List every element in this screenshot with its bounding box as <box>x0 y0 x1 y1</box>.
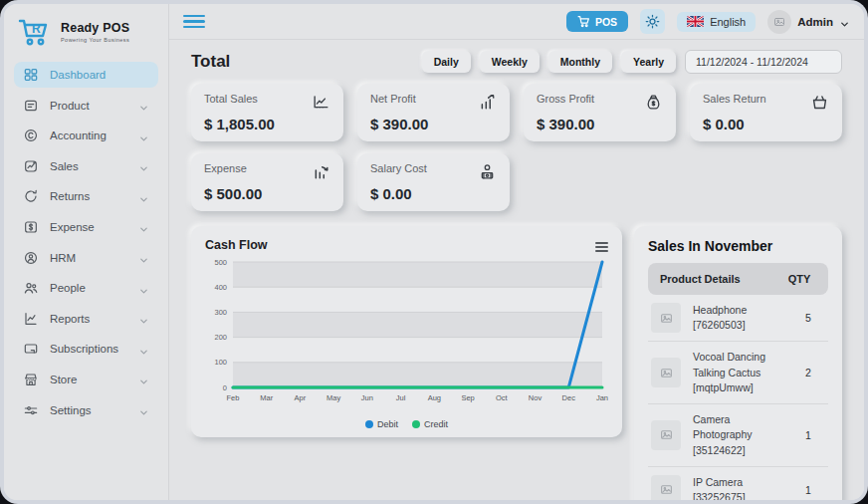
svg-text:0: 0 <box>223 383 227 392</box>
svg-text:Oct: Oct <box>496 393 509 402</box>
sidebar-item-label: Reports <box>50 313 138 325</box>
chevron-down-icon <box>138 344 149 355</box>
svg-text:400: 400 <box>214 283 227 292</box>
sales-table-body: Headphone [76260503] 5 Vocoal Dancing Ta… <box>648 295 828 500</box>
stat-card: Total Sales $ 1,805.00 <box>191 84 343 141</box>
filter-button[interactable]: Daily <box>422 51 471 73</box>
svg-text:Dec: Dec <box>562 393 576 402</box>
sidebar-item[interactable]: Dashboard <box>14 62 158 88</box>
svg-text:Jan: Jan <box>596 393 608 402</box>
sidebar-item[interactable]: Reports <box>14 306 158 332</box>
stat-value: $ 1,805.00 <box>204 116 330 132</box>
svg-text:200: 200 <box>214 333 227 342</box>
svg-text:Jul: Jul <box>396 393 406 402</box>
stat-card: Expense $ 500.00 <box>191 153 343 211</box>
legend-dot <box>365 420 373 428</box>
expense-bars-icon <box>312 162 330 181</box>
sales-panel-title: Sales In November <box>648 238 828 254</box>
image-placeholder-icon <box>651 358 681 387</box>
expense-icon <box>23 219 39 235</box>
stat-value: $ 390.00 <box>537 116 663 132</box>
sidebar-item[interactable]: Product <box>14 93 158 119</box>
svg-text:Mar: Mar <box>260 393 273 402</box>
svg-text:100: 100 <box>214 358 227 367</box>
topbar: POS <box>169 4 864 40</box>
stat-card: Net Profit $ 390.00 <box>357 84 510 141</box>
sidebar-nav: Dashboard Product Accounting <box>4 54 168 500</box>
chevron-down-icon <box>138 191 149 202</box>
svg-text:Apr: Apr <box>295 393 307 402</box>
sidebar-item[interactable]: Accounting <box>14 123 158 148</box>
sidebar-item[interactable]: Sales <box>14 153 158 179</box>
sidebar-item[interactable]: Returns <box>14 183 158 209</box>
product-name: Camera Photography [35124622] <box>681 412 791 458</box>
stat-value: $ 0.00 <box>703 116 829 132</box>
image-placeholder-icon <box>773 16 785 28</box>
sidebar-item[interactable]: People <box>14 275 158 301</box>
sidebar-item[interactable]: Settings <box>14 397 158 423</box>
people-icon <box>23 280 39 296</box>
sidebar-item-label: Product <box>50 100 138 112</box>
stat-card: Gross Profit $ 390.00 <box>524 84 676 141</box>
stat-label: Total Sales <box>204 93 258 105</box>
app-window: R Ready POS Powering Your Business Dashb… <box>4 4 864 500</box>
store-icon <box>23 372 39 387</box>
legend-dot <box>412 420 420 428</box>
product-qty: 2 <box>791 367 825 378</box>
svg-text:Feb: Feb <box>227 393 240 402</box>
filter-button[interactable]: Monthly <box>548 51 612 73</box>
chevron-down-icon <box>138 160 149 171</box>
svg-text:Nov: Nov <box>529 393 542 402</box>
svg-text:300: 300 <box>214 308 227 317</box>
filter-button[interactable]: Weekly <box>480 51 540 73</box>
bottom-row: Cash Flow 0100200300400500FebMarAprMayJu… <box>191 226 842 500</box>
image-placeholder-icon <box>651 475 681 500</box>
chevron-down-icon <box>138 130 149 141</box>
stat-label: Salary Cost <box>370 162 427 174</box>
hamburger-icon[interactable] <box>183 12 205 32</box>
sidebar-item-label: Sales <box>50 160 138 172</box>
chevron-down-icon <box>138 374 149 384</box>
language-selector[interactable]: English <box>677 12 756 32</box>
column-qty: QTY <box>782 273 816 285</box>
stat-label: Sales Return <box>703 93 766 105</box>
date-range-input[interactable] <box>685 50 842 74</box>
sidebar-item-label: People <box>50 282 138 294</box>
return-basket-icon <box>810 93 829 112</box>
settings-icon <box>23 402 39 418</box>
table-row: Headphone [76260503] 5 <box>648 295 828 342</box>
product-qty: 1 <box>791 484 825 496</box>
stat-label: Net Profit <box>370 93 416 105</box>
pos-button[interactable]: POS <box>566 11 628 32</box>
svg-text:Jun: Jun <box>361 393 373 402</box>
money-bag-icon <box>644 93 663 112</box>
sidebar-item[interactable]: HRM <box>14 245 158 271</box>
sidebar-item-label: Accounting <box>50 129 138 141</box>
chart-menu-icon[interactable] <box>595 238 608 254</box>
sidebar-item-label: Expense <box>50 221 138 233</box>
user-menu[interactable]: Admin <box>767 10 850 34</box>
legend-item[interactable]: Debit <box>365 419 398 429</box>
chevron-down-icon <box>138 404 149 415</box>
sidebar-item[interactable]: Subscriptions <box>14 336 158 362</box>
chevron-down-icon <box>138 283 149 294</box>
right-column: POS <box>169 4 864 500</box>
product-qty: 5 <box>791 312 825 324</box>
stat-value: $ 390.00 <box>370 116 497 132</box>
stat-value: $ 500.00 <box>204 185 330 202</box>
legend-item[interactable]: Credit <box>412 419 448 429</box>
window-frame: R Ready POS Powering Your Business Dashb… <box>0 0 868 504</box>
image-placeholder-icon <box>651 303 681 333</box>
sidebar-item[interactable]: Store <box>14 367 158 392</box>
subscriptions-icon <box>23 341 39 357</box>
theme-toggle-button[interactable] <box>640 9 665 34</box>
sales-table-header: Product Details QTY <box>648 263 828 295</box>
filter-button[interactable]: Yearly <box>621 51 676 73</box>
sun-icon <box>645 14 660 29</box>
sidebar-item[interactable]: Expense <box>14 214 158 240</box>
returns-icon <box>23 188 39 204</box>
column-product-details: Product Details <box>660 273 782 285</box>
sales-in-november-card: Sales In November Product Details QTY He… <box>634 226 842 500</box>
hrm-icon <box>23 250 39 266</box>
stat-label: Gross Profit <box>537 93 594 105</box>
